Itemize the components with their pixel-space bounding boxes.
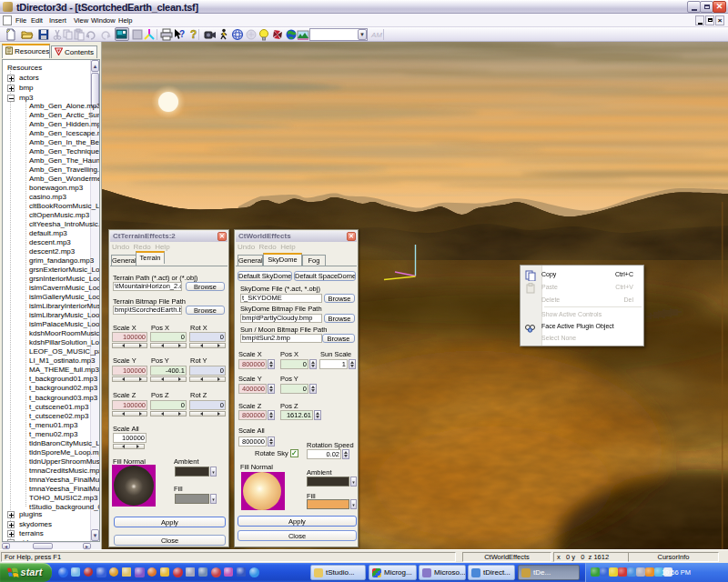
svg-text:?: ? bbox=[190, 28, 197, 41]
svg-text:?: ? bbox=[179, 29, 185, 39]
